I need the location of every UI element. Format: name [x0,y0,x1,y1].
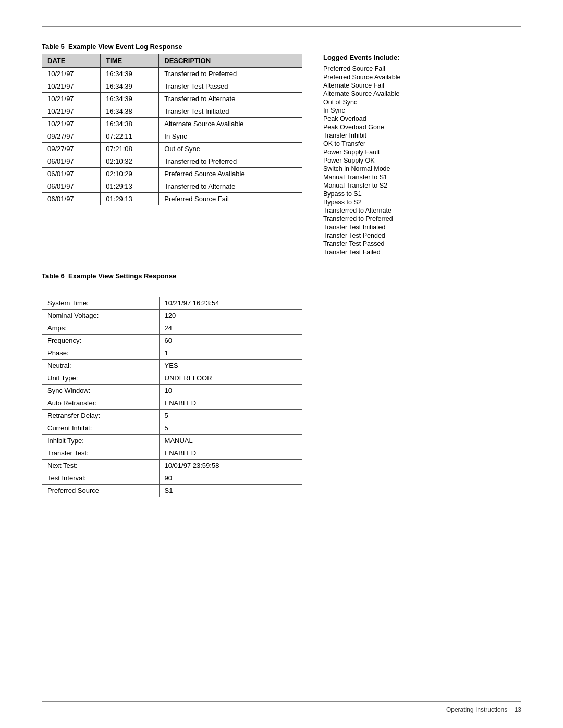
settings-value: 120 [159,310,302,322]
event-log-row: 09/27/9707:22:11In Sync [42,130,302,143]
event-log-row: 10/21/9716:34:38Transfer Test Initiated [42,105,302,118]
settings-value: 90 [159,472,302,485]
event-time: 16:34:39 [101,93,159,105]
logged-events-list: Preferred Source FailPreferred Source Av… [323,65,521,256]
settings-value: 60 [159,335,302,347]
settings-row: Frequency:60 [42,335,302,347]
event-date: 10/21/97 [42,105,101,118]
logged-events-title: Logged Events include: [323,54,521,61]
event-date: 10/21/97 [42,93,101,105]
logged-event-item: Peak Overload [323,115,521,123]
logged-event-item: Transfer Test Initiated [323,223,521,231]
settings-row: Phase:1 [42,347,302,360]
event-time: 02:10:29 [101,168,159,180]
event-description: Preferred Source Available [159,168,302,180]
event-log-row: 10/21/9716:34:39Transferred to Alternate [42,93,302,105]
table6-section: Table 6 Example View Settings Response C… [42,272,521,497]
event-date: 06/01/97 [42,180,101,193]
event-date: 06/01/97 [42,193,101,205]
event-description: Preferred Source Fail [159,193,302,205]
event-log-table: DATE TIME DESCRIPTION 10/21/9716:34:39Tr… [42,54,302,205]
settings-label: Neutral: [42,360,160,372]
logged-event-item: Transferred to Alternate [323,206,521,215]
settings-value: 10/01/97 23:59:58 [159,460,302,472]
event-time: 02:10:32 [101,155,159,168]
settings-label: Retransfer Delay: [42,410,160,422]
event-description: In Sync [159,130,302,143]
settings-value: 1 [159,347,302,360]
event-date: 10/21/97 [42,118,101,130]
logged-event-item: Manual Transfer to S1 [323,173,521,181]
logged-event-item: Manual Transfer to S2 [323,181,521,190]
table6-number: Table 6 [42,272,65,280]
footer-label: Operating Instructions [446,706,507,713]
table6-heading: Example View Settings Response [68,272,176,280]
table6-title: Table 6 Example View Settings Response [42,272,521,280]
logged-event-item: Transferred to Preferred [323,215,521,223]
bottom-border [42,701,521,702]
event-log-row: 10/21/9716:34:39Transferred to Preferred [42,68,302,80]
settings-row: Retransfer Delay:5 [42,410,302,422]
settings-value: MANUAL [159,435,302,447]
logged-event-item: Alternate Source Available [323,90,521,98]
event-date: 10/21/97 [42,80,101,93]
event-log-row: 06/01/9702:10:29Preferred Source Availab… [42,168,302,180]
footer-page: 13 [515,706,521,713]
table5-heading: Example View Event Log Response [68,43,182,51]
event-date: 09/27/97 [42,143,101,155]
page-container: Table 5 Example View Event Log Response … [0,0,563,728]
event-log-row: 10/21/9716:34:39Transfer Test Passed [42,80,302,93]
settings-label: Unit Type: [42,372,160,385]
settings-value: ENABLED [159,397,302,410]
settings-value: 10 [159,385,302,397]
settings-row: Test Interval:90 [42,472,302,485]
logged-event-item: Bypass to S1 [323,190,521,198]
event-description: Out of Sync [159,143,302,155]
settings-value: UNDERFLOOR [159,372,302,385]
settings-row: Nominal Voltage:120 [42,310,302,322]
settings-value: YES [159,360,302,372]
event-description: Transfer Test Initiated [159,105,302,118]
settings-value: 5 [159,410,302,422]
col-date: DATE [42,54,101,68]
settings-label: Sync Window: [42,385,160,397]
settings-row: Inhibit Type:MANUAL [42,435,302,447]
event-log-row: 10/21/9716:34:38Alternate Source Availab… [42,118,302,130]
settings-label: Preferred Source [42,485,160,497]
col-time: TIME [101,54,159,68]
event-time: 16:34:39 [101,80,159,93]
settings-label: Inhibit Type: [42,435,160,447]
settings-value: 5 [159,422,302,435]
page-footer: Operating Instructions 13 [42,706,521,713]
event-time: 07:21:08 [101,143,159,155]
logged-event-item: Out of Sync [323,98,521,106]
table5-layout: DATE TIME DESCRIPTION 10/21/9716:34:39Tr… [42,54,521,256]
settings-row: Sync Window:10 [42,385,302,397]
settings-label: Current Inhibit: [42,422,160,435]
event-log-row: 06/01/9701:29:13Preferred Source Fail [42,193,302,205]
settings-row: Amps:24 [42,322,302,335]
event-time: 01:29:13 [101,180,159,193]
event-log-row: 09/27/9707:21:08Out of Sync [42,143,302,155]
logged-event-item: Preferred Source Available [323,73,521,81]
settings-row: Neutral:YES [42,360,302,372]
logged-event-item: Power Supply Fault [323,148,521,156]
settings-table: CURRENT SETTINGS: System Time:10/21/97 1… [42,283,302,497]
settings-value: 24 [159,322,302,335]
event-time: 07:22:11 [101,130,159,143]
event-time: 16:34:38 [101,118,159,130]
settings-row: Current Inhibit:5 [42,422,302,435]
event-description: Alternate Source Available [159,118,302,130]
col-description: DESCRIPTION [159,54,302,68]
event-date: 06/01/97 [42,155,101,168]
settings-label: Test Interval: [42,472,160,485]
logged-event-item: OK to Transfer [323,140,521,148]
event-time: 01:29:13 [101,193,159,205]
logged-event-item: Alternate Source Fail [323,81,521,90]
event-date: 06/01/97 [42,168,101,180]
settings-label: Phase: [42,347,160,360]
settings-value: 10/21/97 16:23:54 [159,297,302,310]
event-description: Transferred to Preferred [159,68,302,80]
event-time: 16:34:39 [101,68,159,80]
logged-event-item: Transfer Test Passed [323,240,521,248]
